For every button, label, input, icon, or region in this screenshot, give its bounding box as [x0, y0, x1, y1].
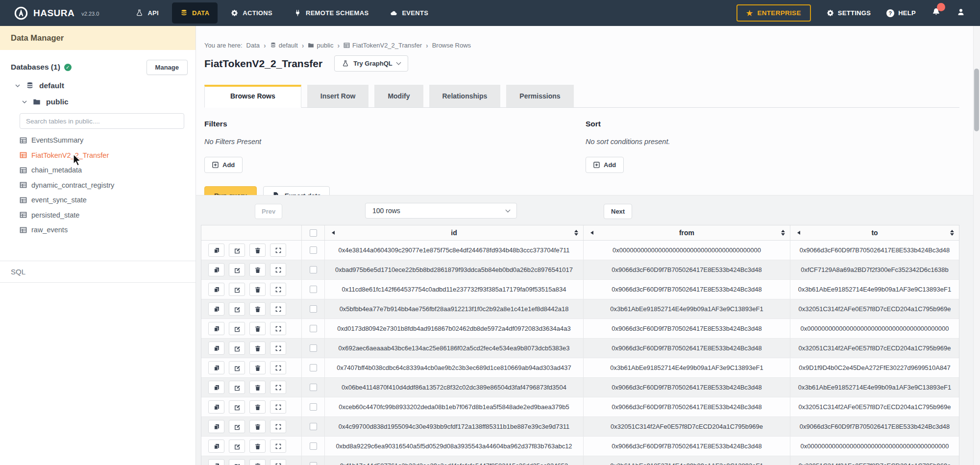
copy-row-button[interactable] [208, 381, 224, 394]
delete-row-button[interactable] [249, 381, 266, 394]
copy-row-button[interactable] [208, 322, 224, 335]
edit-row-button[interactable] [229, 440, 245, 453]
nav-item-data[interactable]: DATA [172, 2, 218, 24]
expand-row-button[interactable] [270, 440, 286, 453]
tab-relationships[interactable]: Relationships [429, 85, 501, 107]
tab-browse-rows[interactable]: Browse Rows [204, 85, 301, 108]
hasura-brand[interactable]: HASURA v2.23.0 [14, 6, 99, 21]
nav-item-events[interactable]: EVENTS [382, 2, 437, 24]
edit-row-button[interactable] [229, 342, 245, 355]
sidebar-table-event-sync-state[interactable]: event_sync_state [20, 193, 196, 208]
copy-row-button[interactable] [208, 342, 224, 355]
try-graphql-button[interactable]: Try GraphQL [334, 55, 408, 72]
expand-row-button[interactable] [270, 244, 286, 257]
nav-item-remote-schemas[interactable]: REMOTE SCHEMAS [286, 2, 377, 24]
delete-row-button[interactable] [249, 283, 266, 296]
copy-row-button[interactable] [208, 263, 224, 276]
row-checkbox[interactable] [310, 364, 317, 371]
copy-row-button[interactable] [208, 244, 224, 257]
delete-row-button[interactable] [249, 263, 266, 276]
edit-row-button[interactable] [229, 322, 245, 335]
copy-row-button[interactable] [208, 302, 224, 316]
edit-row-button[interactable] [229, 244, 245, 257]
notifications-button[interactable] [931, 7, 941, 19]
sidebar-table-fiattokenv2-2-transfer[interactable]: FiatTokenV2_2_Transfer [20, 148, 196, 163]
row-checkbox[interactable] [310, 305, 317, 313]
add-filter-button[interactable]: Add [204, 157, 243, 173]
edit-row-button[interactable] [229, 400, 245, 414]
copy-row-button[interactable] [208, 440, 224, 453]
expand-row-button[interactable] [270, 263, 286, 276]
settings-link[interactable]: SETTINGS [827, 9, 871, 17]
column-header-from[interactable]: from [584, 225, 790, 240]
delete-row-button[interactable] [249, 400, 266, 414]
edit-row-button[interactable] [229, 283, 245, 296]
delete-row-button[interactable] [249, 302, 266, 316]
copy-row-button[interactable] [208, 283, 224, 296]
breadcrumb-data[interactable]: Data [246, 42, 260, 49]
expand-row-button[interactable] [270, 342, 286, 355]
expand-row-button[interactable] [270, 420, 286, 433]
sort-column-icon[interactable] [950, 230, 954, 236]
expand-row-button[interactable] [270, 400, 286, 414]
row-checkbox[interactable] [310, 266, 317, 273]
chevron-down-icon[interactable] [22, 99, 27, 105]
user-menu-button[interactable] [956, 8, 965, 19]
delete-row-button[interactable] [249, 459, 266, 465]
sidebar-table-dynamic-contract-registry[interactable]: dynamic_contract_registry [20, 178, 196, 193]
edit-row-button[interactable] [229, 361, 245, 374]
sidebar-table-eventssummary[interactable]: EventsSummary [20, 133, 196, 148]
sort-column-icon[interactable] [574, 230, 578, 236]
edit-row-button[interactable] [229, 381, 245, 394]
sort-column-icon[interactable] [781, 230, 785, 236]
tab-modify[interactable]: Modify [374, 85, 423, 107]
row-checkbox[interactable] [310, 286, 317, 293]
nav-item-actions[interactable]: ACTIONS [222, 2, 281, 24]
delete-row-button[interactable] [249, 244, 266, 257]
select-all-checkbox[interactable] [310, 229, 317, 237]
collapse-column-icon[interactable] [330, 231, 335, 235]
row-checkbox[interactable] [310, 403, 317, 411]
page-scrollbar-thumb[interactable] [974, 69, 979, 131]
chevron-down-icon[interactable] [15, 83, 21, 89]
add-sort-button[interactable]: Add [586, 157, 624, 173]
delete-row-button[interactable] [249, 322, 266, 335]
expand-row-button[interactable] [270, 459, 286, 465]
expand-row-button[interactable] [270, 381, 286, 394]
prev-page-button[interactable]: Prev [255, 204, 282, 219]
breadcrumb-public[interactable]: public [308, 42, 333, 49]
breadcrumb-browse-rows[interactable]: Browse Rows [432, 42, 471, 49]
page-size-select[interactable]: 100 rows [365, 203, 517, 219]
copy-row-button[interactable] [208, 361, 224, 374]
expand-row-button[interactable] [270, 283, 286, 296]
delete-row-button[interactable] [249, 420, 266, 433]
delete-row-button[interactable] [249, 342, 266, 355]
copy-row-button[interactable] [208, 459, 224, 465]
sidebar-table-raw-events[interactable]: raw_events [20, 222, 196, 238]
manage-button[interactable]: Manage [147, 60, 188, 75]
row-checkbox[interactable] [310, 423, 317, 430]
sidebar-table-persisted-state[interactable]: persisted_state [20, 208, 196, 223]
edit-row-button[interactable] [229, 420, 245, 433]
row-checkbox[interactable] [310, 462, 317, 465]
row-checkbox[interactable] [310, 246, 317, 254]
search-tables-input[interactable] [20, 113, 184, 129]
breadcrumb-table[interactable]: FiatTokenV2_2_Transfer [343, 42, 422, 49]
collapse-column-icon[interactable] [795, 231, 800, 235]
expand-row-button[interactable] [270, 361, 286, 374]
nav-item-api[interactable]: API [127, 2, 167, 24]
copy-row-button[interactable] [208, 400, 224, 414]
column-header-id[interactable]: id [325, 225, 584, 240]
delete-row-button[interactable] [249, 440, 266, 453]
sidebar-table-chain-metadata[interactable]: chain_metadata [20, 163, 196, 178]
row-checkbox[interactable] [310, 325, 317, 332]
database-tree-item-default[interactable]: default [0, 81, 196, 90]
breadcrumb-default[interactable]: default [270, 42, 298, 49]
tab-insert-row[interactable]: Insert Row [307, 85, 369, 107]
expand-row-button[interactable] [270, 322, 286, 335]
sidebar-sql-section[interactable]: SQL [0, 261, 196, 283]
row-checkbox[interactable] [310, 384, 317, 391]
tab-permissions[interactable]: Permissions [506, 85, 573, 107]
help-link[interactable]: ? HELP [886, 9, 916, 17]
collapse-column-icon[interactable] [588, 231, 593, 235]
